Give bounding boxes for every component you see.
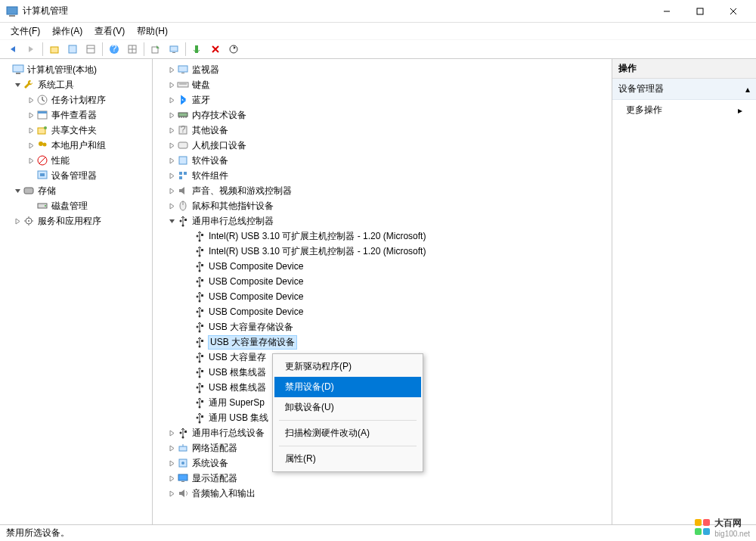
- chevron-icon[interactable]: [166, 64, 177, 75]
- device-item[interactable]: Intel(R) USB 3.10 可扩展主机控制器 - 1.20 (Micro…: [153, 229, 612, 244]
- perf-icon: [36, 154, 48, 166]
- chevron-icon[interactable]: [166, 140, 177, 151]
- chevron-icon[interactable]: [166, 170, 177, 181]
- up-icon[interactable]: [46, 41, 63, 58]
- context-menu-item[interactable]: 禁用设备(D): [274, 377, 421, 397]
- chevron-icon[interactable]: [26, 140, 36, 151]
- left-tree-item[interactable]: 服务和应用程序: [0, 213, 152, 229]
- chevron-icon[interactable]: [12, 185, 23, 196]
- minimize-button[interactable]: [650, 1, 683, 22]
- svg-point-67: [199, 270, 201, 272]
- device-item[interactable]: USB 大容量存储设备: [153, 319, 612, 334]
- back-button[interactable]: [5, 41, 21, 58]
- chevron-icon[interactable]: [166, 79, 177, 90]
- menu-view[interactable]: 查看(V): [90, 23, 129, 39]
- tree-label: 系统工具: [38, 79, 74, 92]
- chevron-icon[interactable]: [26, 95, 36, 105]
- chevron-icon[interactable]: [166, 155, 177, 166]
- device-item[interactable]: USB Composite Device: [153, 274, 612, 289]
- maximize-button[interactable]: [683, 1, 717, 22]
- tree-label: 磁盘管理: [51, 200, 88, 213]
- props-icon[interactable]: [64, 41, 81, 58]
- actions-more[interactable]: 更多操作 ▸: [612, 100, 756, 120]
- chevron-icon[interactable]: [12, 216, 23, 226]
- forward-button[interactable]: [23, 41, 39, 58]
- left-tree-item[interactable]: 磁盘管理: [0, 198, 152, 213]
- tree-label: 鼠标和其他指针设备: [192, 200, 274, 213]
- chevron-icon[interactable]: [166, 428, 177, 438]
- left-tree-item[interactable]: 设备管理器: [0, 168, 152, 183]
- close-button[interactable]: [717, 1, 750, 22]
- chevron-icon[interactable]: [166, 473, 177, 483]
- device-item[interactable]: USB Composite Device: [153, 304, 612, 319]
- chevron-icon[interactable]: [12, 79, 23, 90]
- device-item[interactable]: USB 大容量存储设备: [153, 334, 612, 350]
- context-menu-item[interactable]: 扫描检测硬件改动(A): [274, 423, 421, 443]
- left-tree-pane[interactable]: 计算机管理(本地)系统工具任务计划程序事件查看器共享文件夹本地用户和组性能设备管…: [0, 59, 153, 524]
- actions-section[interactable]: 设备管理器 ▴: [612, 79, 756, 100]
- device-item[interactable]: 显示适配器: [153, 471, 612, 486]
- device-item[interactable]: 通用串行总线控制器: [153, 213, 612, 229]
- menu-action[interactable]: 操作(A): [48, 23, 87, 39]
- device-item[interactable]: 声音、视频和游戏控制器: [153, 183, 612, 198]
- device-item[interactable]: 蓝牙: [153, 92, 612, 107]
- left-tree-item[interactable]: 共享文件夹: [0, 123, 152, 138]
- watermark: 大百网 big100.net: [695, 517, 750, 538]
- help-icon[interactable]: ?: [106, 41, 122, 58]
- svg-rect-17: [172, 52, 175, 53]
- left-tree-item[interactable]: 本地用户和组: [0, 138, 152, 153]
- left-tree-item[interactable]: 计算机管理(本地): [0, 62, 152, 77]
- svg-rect-93: [201, 400, 203, 403]
- window-title: 计算机管理: [23, 5, 650, 17]
- chevron-icon[interactable]: [26, 110, 36, 120]
- chevron-icon[interactable]: [166, 95, 177, 105]
- menu-file[interactable]: 文件(F): [6, 23, 45, 39]
- usb-icon: [194, 275, 206, 288]
- device-icon: [36, 169, 48, 182]
- usb-icon: [194, 260, 206, 272]
- device-item[interactable]: 人机接口设备: [153, 138, 612, 153]
- left-tree-item[interactable]: 事件查看器: [0, 107, 152, 123]
- chevron-icon[interactable]: [166, 185, 177, 196]
- export-icon[interactable]: [147, 41, 164, 58]
- chevron-icon[interactable]: [166, 216, 177, 226]
- left-tree-item[interactable]: 存储: [0, 183, 152, 198]
- mouse-icon: [177, 200, 189, 212]
- usb-icon: [194, 245, 206, 257]
- list-icon[interactable]: [82, 41, 99, 58]
- device-item[interactable]: USB Composite Device: [153, 289, 612, 304]
- context-menu-item[interactable]: 更新驱动程序(P): [274, 356, 421, 377]
- tree-label: 音频输入和输出: [192, 487, 256, 500]
- device-item[interactable]: Intel(R) USB 3.10 可扩展主机控制器 - 1.20 (Micro…: [153, 244, 612, 259]
- device-item[interactable]: USB Composite Device: [153, 259, 612, 274]
- chevron-icon[interactable]: [166, 458, 177, 468]
- grid-icon[interactable]: [124, 41, 141, 58]
- left-tree-item[interactable]: 性能: [0, 153, 152, 168]
- chevron-icon[interactable]: [166, 488, 177, 499]
- disable-icon[interactable]: [207, 41, 224, 58]
- chevron-icon[interactable]: [26, 155, 36, 166]
- enable-icon[interactable]: [189, 41, 206, 58]
- context-menu-item[interactable]: 卸载设备(U): [274, 397, 421, 418]
- device-item[interactable]: 音频输入和输出: [153, 486, 612, 501]
- device-item[interactable]: 鼠标和其他指针设备: [153, 198, 612, 213]
- left-tree-item[interactable]: 任务计划程序: [0, 92, 152, 107]
- monitor-icon[interactable]: [166, 41, 182, 58]
- device-item[interactable]: 内存技术设备: [153, 107, 612, 123]
- menu-help[interactable]: 帮助(H): [132, 23, 172, 39]
- device-item[interactable]: 软件组件: [153, 168, 612, 183]
- chevron-icon[interactable]: [166, 201, 177, 211]
- context-menu-item[interactable]: 属性(R): [274, 449, 421, 469]
- chevron-icon[interactable]: [166, 125, 177, 135]
- chevron-icon[interactable]: [166, 443, 177, 453]
- context-menu-separator: [279, 446, 417, 446]
- device-item[interactable]: 键盘: [153, 77, 612, 92]
- chevron-icon[interactable]: [166, 110, 177, 120]
- device-item[interactable]: 软件设备: [153, 153, 612, 168]
- context-menu[interactable]: 更新驱动程序(P)禁用设备(D)卸载设备(U)扫描检测硬件改动(A)属性(R): [272, 353, 423, 472]
- device-item[interactable]: 监视器: [153, 62, 612, 77]
- chevron-icon[interactable]: [26, 125, 36, 135]
- device-item[interactable]: ?其他设备: [153, 123, 612, 138]
- left-tree-item[interactable]: 系统工具: [0, 77, 152, 92]
- refresh-icon[interactable]: [225, 41, 242, 58]
